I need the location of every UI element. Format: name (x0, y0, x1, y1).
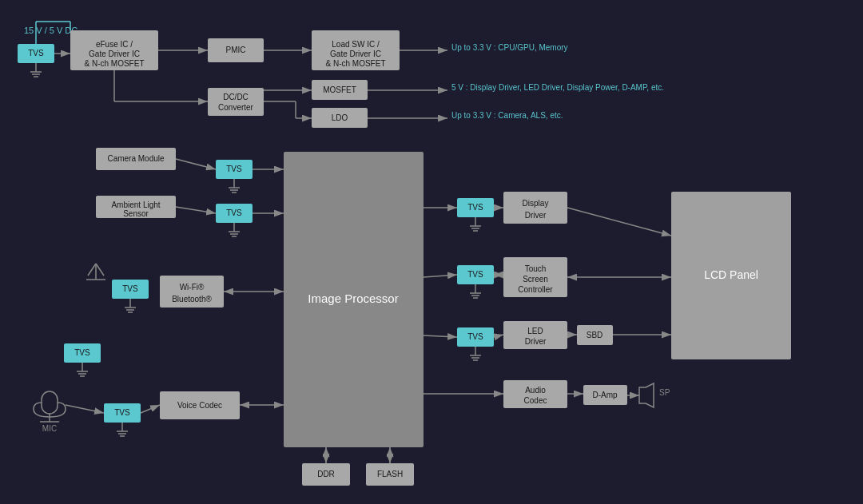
pmic-label: PMIC (226, 46, 246, 54)
loadsw-label1: Load SW IC / (332, 40, 380, 49)
audio-label2: Codec (524, 396, 547, 405)
tvs-3-label: TVS (226, 208, 242, 217)
tvs-4-label: TVS (122, 284, 138, 293)
display-driver-label2: Driver (525, 211, 547, 220)
wifi-label1: Wi-Fi® (180, 283, 205, 292)
tvs-8-label: TVS (467, 270, 483, 279)
dcdc-label1: DC/DC (223, 93, 249, 101)
tvs-7-label: TVS (467, 203, 483, 212)
power-label-1: Up to 3.3 V : CPU/GPU, Memory (451, 43, 568, 52)
sbd-label: SBD (587, 331, 603, 339)
als-label1: Ambient Light (111, 200, 160, 209)
block-diagram: 15 V / 5 V DC TVS eFuse IC / Gate Driver… (0, 0, 863, 504)
tvs-1-label: TVS (28, 49, 44, 58)
dcdc-label2: Converter (218, 103, 254, 112)
voice-codec-label: Voice Codec (177, 401, 222, 410)
touch-label3: Controller (518, 285, 553, 294)
tvs-5-label: TVS (74, 348, 90, 357)
lcd-label: LCD Panel (704, 268, 758, 281)
mic-label: MIC (42, 424, 57, 433)
ddr-label: DDR (317, 470, 335, 478)
efuse-label3: & N-ch MOSFET (84, 59, 144, 68)
ldo-label: LDO (332, 113, 348, 122)
led-label1: LED (527, 327, 543, 335)
led-label2: Driver (525, 337, 547, 346)
loadsw-label2: Gate Driver IC (330, 50, 381, 58)
wifi-label2: Bluetooth® (172, 295, 212, 304)
power-label-3: Up to 3.3 V : Camera, ALS, etc. (451, 111, 563, 120)
mosfet-label: MOSFET (323, 85, 356, 94)
loadsw-label3: & N-ch MOSFET (325, 59, 385, 68)
efuse-label: eFuse IC / (96, 40, 133, 49)
audio-label1: Audio (525, 386, 546, 395)
display-driver-label1: Display (523, 199, 549, 208)
touch-label1: Touch (525, 264, 547, 273)
tvs-2-label: TVS (226, 165, 242, 173)
image-processor-label: Image Processor (308, 292, 398, 305)
flash-label: FLASH (377, 470, 403, 478)
damp-label: D-Amp (592, 391, 618, 399)
touch-label2: Screen (523, 275, 548, 284)
power-label-2: 5 V : Display Driver, LED Driver, Displa… (451, 83, 664, 92)
tvs-9-label: TVS (467, 332, 483, 341)
efuse-label2: Gate Driver IC (89, 50, 140, 58)
voltage-label: 15 V / 5 V DC (24, 26, 78, 35)
camera-label: Camera Module (107, 154, 165, 163)
sp-label: SP (659, 388, 670, 397)
tvs-6-label: TVS (114, 408, 130, 417)
als-label2: Sensor (123, 209, 149, 218)
